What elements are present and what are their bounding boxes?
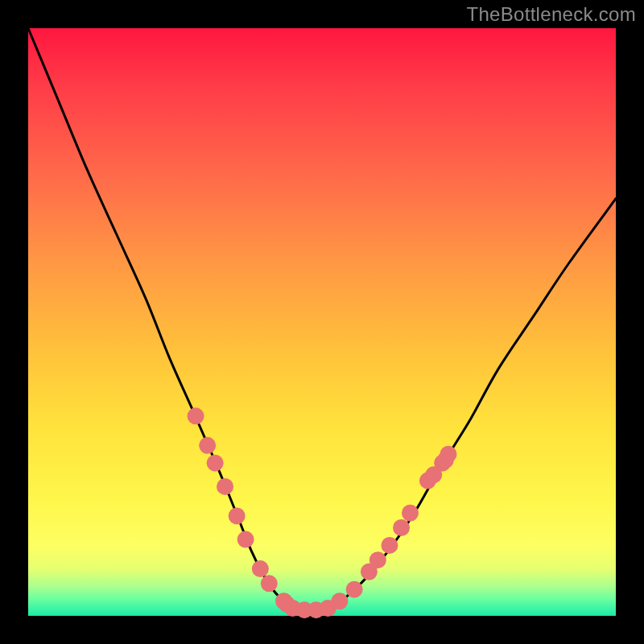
curve-marker (237, 531, 254, 548)
curve-marker (261, 575, 278, 592)
chart-svg (28, 28, 616, 616)
curve-marker (402, 505, 419, 522)
curve-marker (437, 452, 454, 469)
curve-marker (369, 551, 386, 568)
chart-frame: TheBottleneck.com (0, 0, 644, 644)
bottleneck-curve (28, 28, 616, 610)
curve-marker (217, 478, 233, 495)
curve-markers (188, 407, 457, 618)
curve-marker (207, 455, 224, 472)
plot-area (28, 28, 616, 616)
curve-marker (381, 537, 398, 554)
curve-marker (346, 581, 363, 598)
curve-marker (252, 560, 269, 577)
curve-marker (188, 407, 204, 424)
watermark-text: TheBottleneck.com (466, 3, 636, 26)
curve-marker (393, 519, 410, 536)
curve-marker (229, 507, 246, 524)
curve-marker (331, 592, 348, 609)
curve-marker (199, 437, 216, 454)
